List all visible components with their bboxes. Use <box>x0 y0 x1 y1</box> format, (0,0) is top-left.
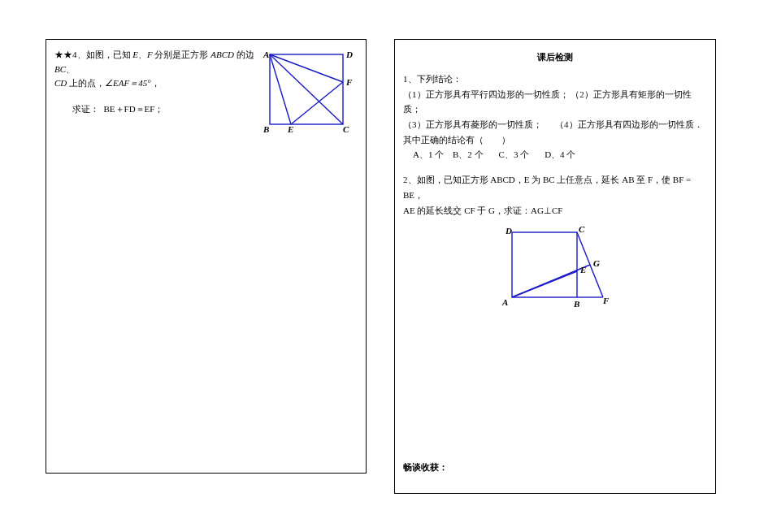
q1-optC: C、3 个 <box>499 147 530 162</box>
p4-prove-eq: BE＋FD＝EF； <box>104 104 164 114</box>
svg-line-2 <box>270 54 343 82</box>
fig2-label-A: A <box>501 297 508 307</box>
p4-bc: BC、 <box>54 64 75 74</box>
q1-optD: D、4 个 <box>545 147 575 162</box>
fig1-label-C: C <box>343 124 349 134</box>
fig1-label-B: B <box>263 124 269 134</box>
q2-line2: AE 的延长线交 CF 于 G，求证：AG⊥CF <box>403 203 707 218</box>
p4-t-c: 的边 <box>234 50 254 59</box>
q1-c1: （1）正方形具有平行四边形的一切性质； <box>403 89 569 99</box>
page-left: ★★4、如图，已知 E、F 分别是正方形 ABCD 的边 BC、 CD 上的点，… <box>46 39 367 474</box>
fig1-label-F: F <box>345 77 353 87</box>
q1-optB: B、2 个 <box>453 147 484 162</box>
fig2-label-D: D <box>505 226 512 236</box>
p4-abcd: ABCD <box>210 50 234 59</box>
q1-c4: （4）正方形具有四边形的一切性质． <box>555 119 703 129</box>
q2-line1: 2、如图，已知正方形 ABCD，E 为 BC 上任意点，延长 AB 至 F，使 … <box>403 172 707 202</box>
p4-t-a: 如图，已知 <box>86 50 133 59</box>
fig1-label-D: D <box>345 50 353 59</box>
p4-t-d: 上的点， <box>67 78 105 88</box>
q1-c3: （3）正方形具有菱形的一切性质； <box>403 119 542 129</box>
p4-angle: ∠EAF＝45° <box>105 78 151 88</box>
worksheet-sheet: ★★4、如图，已知 E、F 分别是正方形 ABCD 的边 BC、 CD 上的点，… <box>0 0 768 510</box>
question-2: 2、如图，已知正方形 ABCD，E 为 BC 上任意点，延长 AB 至 F，使 … <box>403 172 707 321</box>
q1-line1: （1）正方形具有平行四边形的一切性质； （2）正方形具有矩形的一切性质； <box>403 87 707 117</box>
page-right-inner: 课后检测 1、下列结论： （1）正方形具有平行四边形的一切性质； （2）正方形具… <box>395 40 715 329</box>
p4-t-b: 分别是正方形 <box>153 50 211 59</box>
fig1-label-A: A <box>263 50 269 59</box>
svg-line-9 <box>512 271 577 297</box>
fig1-label-E: E <box>287 124 293 134</box>
figure-1: A D F B E C <box>258 48 356 136</box>
p4-cd: CD <box>54 78 67 88</box>
problem-4-stem: ★★4、如图，已知 E、F 分别是正方形 ABCD 的边 BC、 CD 上的点，… <box>54 48 258 91</box>
harvest-label: 畅谈收获： <box>403 461 448 474</box>
figure-2-wrap: D C E G A B F <box>403 223 707 321</box>
page-left-inner: ★★4、如图，已知 E、F 分别是正方形 ABCD 的边 BC、 CD 上的点，… <box>46 40 366 124</box>
right-title: 课后检测 <box>403 48 707 71</box>
p4-prove-label: 求证： <box>72 104 99 114</box>
figure-2: D C E G A B F <box>494 223 616 316</box>
q1-tail: 其中正确的结论有（ ） <box>403 132 707 148</box>
problem-4-stars: ★★4、 <box>54 50 86 59</box>
p4-comma: ， <box>151 78 160 88</box>
fig2-label-B: B <box>573 299 579 309</box>
p4-ef: E、F <box>132 50 152 59</box>
svg-rect-5 <box>512 232 577 297</box>
q1-line2: （3）正方形具有菱形的一切性质； （4）正方形具有四边形的一切性质． <box>403 117 707 132</box>
page-right: 课后检测 1、下列结论： （1）正方形具有平行四边形的一切性质； （2）正方形具… <box>394 39 716 494</box>
svg-line-3 <box>291 82 343 124</box>
fig2-label-C: C <box>579 224 585 234</box>
q1-optA: A、1 个 <box>413 147 444 162</box>
fig2-label-E: E <box>579 265 586 275</box>
fig2-label-F: F <box>602 296 610 305</box>
q1-options: A、1 个 B、2 个 C、3 个 D、4 个 <box>403 147 707 162</box>
problem-4: ★★4、如图，已知 E、F 分别是正方形 ABCD 的边 BC、 CD 上的点，… <box>54 48 358 116</box>
q1-lead: 1、下列结论： <box>403 71 707 87</box>
question-1: 1、下列结论： （1）正方形具有平行四边形的一切性质； （2）正方形具有矩形的一… <box>403 71 707 162</box>
fig2-label-G: G <box>593 258 600 268</box>
